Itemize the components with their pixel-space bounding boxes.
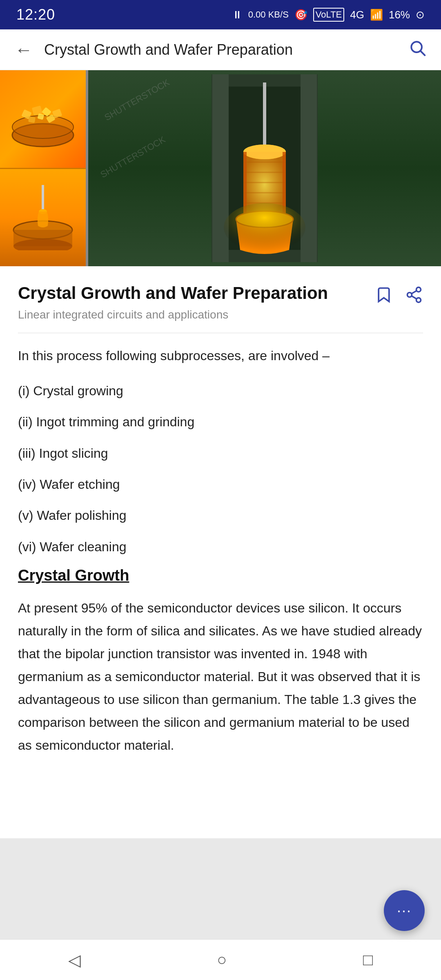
- back-nav-button[interactable]: ◁: [52, 947, 97, 973]
- bookmark-icon: [375, 286, 393, 304]
- body-paragraph: At present 95% of the semiconductor devi…: [18, 597, 423, 757]
- share-icon: [405, 286, 423, 304]
- svg-line-38: [412, 296, 417, 299]
- article-subtitle: Linear integrated circuits and applicati…: [18, 308, 375, 321]
- content-card: Crystal Growth and Wafer Preparation Lin…: [0, 266, 441, 838]
- czochralski-furnace-image: SHUTTERSTOCK SHUTTERSTOCK: [86, 70, 441, 266]
- list-item-2: (ii) Ingot trimming and grinding: [18, 411, 423, 433]
- svg-point-35: [416, 287, 421, 292]
- search-button[interactable]: [408, 39, 426, 61]
- music-icon: ⏸: [232, 9, 243, 21]
- svg-line-39: [412, 291, 417, 294]
- watermark2: SHUTTERSTOCK: [99, 134, 167, 180]
- svg-line-1: [421, 51, 425, 55]
- volte-icon: VoLTE: [313, 8, 344, 22]
- watermark1: SHUTTERSTOCK: [103, 77, 172, 123]
- data-speed: 0.00 KB/S: [248, 9, 289, 20]
- recent-nav-button[interactable]: □: [347, 947, 389, 973]
- intro-text: In this process following subprocesses, …: [18, 345, 423, 367]
- chat-dots-icon: ···: [397, 902, 412, 919]
- list-item-3: (iii) Ingot slicing: [18, 442, 423, 464]
- svg-point-37: [416, 298, 421, 302]
- images-left-column: [0, 70, 86, 266]
- title-block: Crystal Growth and Wafer Preparation Lin…: [18, 283, 375, 321]
- crystal-bowl-svg: [6, 86, 80, 151]
- chat-fab-button[interactable]: ···: [384, 890, 425, 931]
- content-actions: [375, 283, 423, 308]
- article-title: Crystal Growth and Wafer Preparation: [18, 283, 375, 304]
- list-item-4: (iv) Wafer etching: [18, 473, 423, 495]
- bookmark-button[interactable]: [375, 286, 393, 308]
- signal-icon: 📶: [370, 9, 383, 21]
- list-item-6: (vi) Wafer cleaning: [18, 536, 423, 558]
- page-title: Crystal Growth and Wafer Preparation: [44, 41, 397, 58]
- hotspot-icon: 🎯: [294, 9, 307, 21]
- crystal-bowl-image: [0, 70, 86, 168]
- back-button[interactable]: ←: [15, 40, 33, 60]
- ingot-pull-svg: [6, 185, 80, 250]
- status-time: 12:20: [16, 6, 55, 23]
- svg-rect-21: [263, 82, 266, 148]
- svg-point-34: [224, 203, 305, 252]
- nav-bar: ← Crystal Growth and Wafer Preparation: [0, 29, 441, 70]
- bottom-nav-bar: ◁ ○ □: [0, 939, 441, 980]
- svg-point-24: [243, 145, 286, 159]
- svg-point-36: [408, 293, 412, 297]
- content-header: Crystal Growth and Wafer Preparation Lin…: [18, 283, 423, 321]
- status-bar: 12:20 ⏸ 0.00 KB/S 🎯 VoLTE 4G 📶 16% ⊙: [0, 0, 441, 29]
- ingot-pull-image: [0, 168, 86, 267]
- list-item-1: (i) Crystal growing: [18, 380, 423, 402]
- share-button[interactable]: [405, 286, 423, 308]
- article-images: SHUTTERSTOCK SHUTTERSTOCK: [0, 70, 441, 266]
- divider: [18, 333, 423, 333]
- svg-rect-11: [42, 185, 44, 209]
- home-nav-button[interactable]: ○: [200, 947, 243, 973]
- list-item-5: (v) Wafer polishing: [18, 504, 423, 526]
- status-icons: ⏸ 0.00 KB/S 🎯 VoLTE 4G 📶 16% ⊙: [232, 8, 425, 22]
- search-icon: [408, 39, 426, 57]
- battery-icon: ⊙: [416, 9, 425, 21]
- section-heading: Crystal Growth: [18, 567, 423, 584]
- svg-rect-8: [28, 116, 36, 123]
- bottom-spacer: [18, 757, 423, 822]
- network-icon: 4G: [350, 9, 364, 21]
- furnace-svg: [187, 74, 342, 262]
- battery-indicator: 16%: [389, 9, 410, 21]
